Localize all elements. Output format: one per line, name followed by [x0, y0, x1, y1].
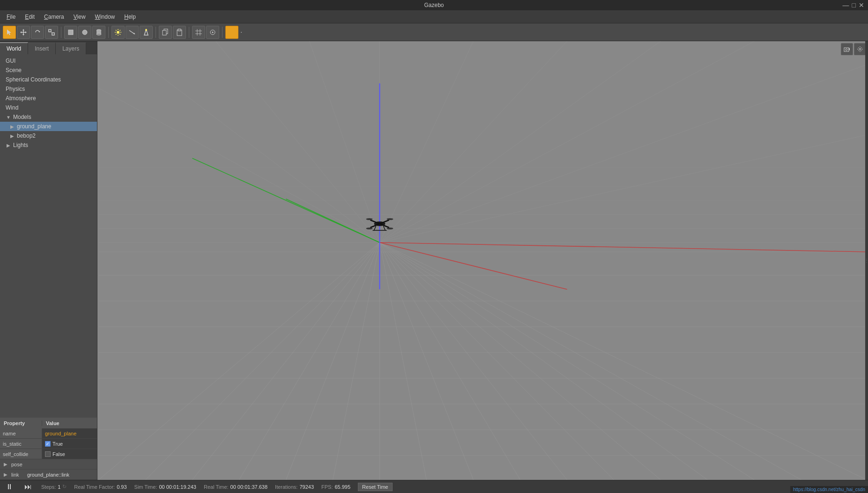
tool-cylinder[interactable] — [92, 26, 105, 39]
sim-time-group: Sim Time: 00 00:01:19.243 — [134, 484, 196, 490]
svg-marker-4 — [20, 31, 22, 33]
tool-rotate[interactable] — [31, 26, 44, 39]
prop-is-static-value: ✓ True — [42, 441, 97, 447]
tree-item-scene[interactable]: Scene — [0, 66, 97, 75]
prop-row-self-collide[interactable]: self_collide False — [0, 449, 97, 459]
is-static-checkbox[interactable]: ✓ — [45, 441, 51, 447]
steps-icon: ↻ — [62, 484, 67, 490]
iter-label: Iterations: — [275, 484, 297, 490]
prop-is-static-label: is_static — [0, 439, 42, 449]
tree-item-lights[interactable]: ▶ Lights — [0, 140, 97, 150]
spherical-label: Spherical Coordinates — [6, 76, 61, 83]
viewport-controls — [841, 43, 866, 55]
extra-dot: · — [240, 28, 242, 37]
svg-point-101 — [846, 49, 847, 51]
prop-name-value: ground_plane — [42, 431, 97, 436]
tool-align[interactable] — [206, 26, 219, 39]
tab-insert[interactable]: Insert — [28, 43, 56, 54]
svg-point-94 — [366, 228, 373, 229]
tool-snap[interactable] — [192, 26, 205, 39]
tool-dir-light[interactable] — [126, 26, 139, 39]
tool-orange[interactable] — [225, 26, 238, 39]
lights-label: Lights — [13, 142, 28, 148]
minimize-btn[interactable]: — — [843, 1, 849, 9]
viewport-svg — [97, 41, 868, 480]
main-content: World Insert Layers GUI Scene Spherical … — [0, 41, 868, 480]
sep1 — [61, 27, 61, 38]
toolbar: · — [0, 23, 868, 41]
viewport[interactable]: ⋮ — [97, 41, 868, 480]
viewport-settings-btn[interactable] — [854, 43, 866, 55]
prop-row-is-static[interactable]: is_static ✓ True — [0, 439, 97, 449]
prop-row-name[interactable]: name ground_plane — [0, 428, 97, 439]
menu-camera[interactable]: Camera — [39, 12, 69, 22]
steps-label: Steps: — [41, 484, 56, 490]
tree-item-spherical[interactable]: Spherical Coordinates — [0, 75, 97, 84]
prop-row-link[interactable]: ▶ link ground_plane::link — [0, 470, 97, 480]
tree-item-wind[interactable]: Wind — [0, 103, 97, 112]
title-bar: Gazebo — □ ✕ — [0, 0, 868, 10]
fps-label: FPS: — [321, 484, 333, 490]
models-expand-icon: ▼ — [6, 114, 11, 120]
menu-file[interactable]: File — [2, 12, 20, 22]
gui-label: GUI — [6, 58, 15, 64]
tab-world[interactable]: World — [0, 42, 28, 54]
svg-point-95 — [387, 218, 393, 220]
tool-point-light[interactable] — [111, 26, 125, 39]
menu-window[interactable]: Window — [90, 12, 120, 22]
viewport-camera-btn[interactable] — [841, 43, 853, 55]
close-btn[interactable]: ✕ — [859, 1, 864, 9]
svg-rect-8 — [52, 33, 54, 35]
menu-edit[interactable]: Edit — [20, 12, 39, 22]
svg-marker-5 — [25, 31, 27, 33]
tool-box[interactable] — [64, 26, 77, 39]
tree-item-physics[interactable]: Physics — [0, 84, 97, 94]
svg-marker-6 — [38, 31, 40, 32]
fps-value: 65.995 — [334, 484, 350, 490]
fps-group: FPS: 65.995 — [321, 484, 350, 490]
tool-select[interactable] — [3, 26, 16, 39]
prop-name-label: name — [0, 428, 42, 438]
grid-area — [97, 41, 868, 480]
menu-help[interactable]: Help — [119, 12, 141, 22]
ground-expand-icon: ▶ — [9, 124, 15, 129]
bebop2-label: bebop2 — [17, 132, 36, 139]
self-collide-checkbox[interactable] — [45, 451, 51, 457]
tree-item-gui[interactable]: GUI — [0, 56, 97, 66]
real-time-group: Real Time: 00 00:01:37.638 — [204, 484, 267, 490]
tool-paste[interactable] — [173, 26, 186, 39]
tree-item-atmosphere[interactable]: Atmosphere — [0, 94, 97, 103]
right-handle[interactable]: ⋮ — [865, 41, 868, 480]
link-expand-icon: ▶ — [3, 472, 8, 478]
maximize-btn[interactable]: □ — [852, 1, 856, 9]
pause-button[interactable]: ⏸ — [4, 483, 15, 491]
tool-scale[interactable] — [45, 26, 58, 39]
menu-view[interactable]: View — [69, 12, 90, 22]
tool-copy[interactable] — [159, 26, 172, 39]
svg-point-11 — [82, 30, 87, 35]
tool-sphere[interactable] — [78, 26, 91, 39]
wind-label: Wind — [6, 104, 18, 111]
prop-header: Property Value — [0, 418, 97, 428]
window-controls[interactable]: — □ ✕ — [843, 1, 864, 9]
prop-col-property: Property — [0, 420, 42, 426]
pose-expand-icon: ▶ — [3, 462, 8, 467]
tree-item-ground-plane[interactable]: ▶ ground_plane — [0, 122, 97, 131]
steps-value: 1 — [58, 484, 60, 490]
tool-spot-light[interactable] — [140, 26, 153, 39]
tool-translate[interactable] — [17, 26, 30, 39]
tree-item-bebop2[interactable]: ▶ bebop2 — [0, 131, 97, 140]
reset-time-button[interactable]: Reset Time — [358, 483, 393, 491]
prop-row-pose[interactable]: ▶ pose — [0, 459, 97, 470]
sim-time-label: Sim Time: — [134, 484, 157, 490]
app-title: Gazebo — [424, 2, 444, 8]
svg-point-27 — [145, 29, 147, 31]
prop-pose-label: pose — [8, 459, 46, 469]
prop-col-value: Value — [42, 420, 97, 426]
steps-group: Steps: 1 ↻ — [41, 484, 67, 490]
tree-item-models[interactable]: ▼ Models — [0, 112, 97, 122]
step-button[interactable]: ⏭ — [22, 483, 34, 491]
sep5 — [222, 27, 223, 38]
tab-layers[interactable]: Layers — [56, 43, 86, 54]
svg-line-23 — [116, 34, 117, 35]
